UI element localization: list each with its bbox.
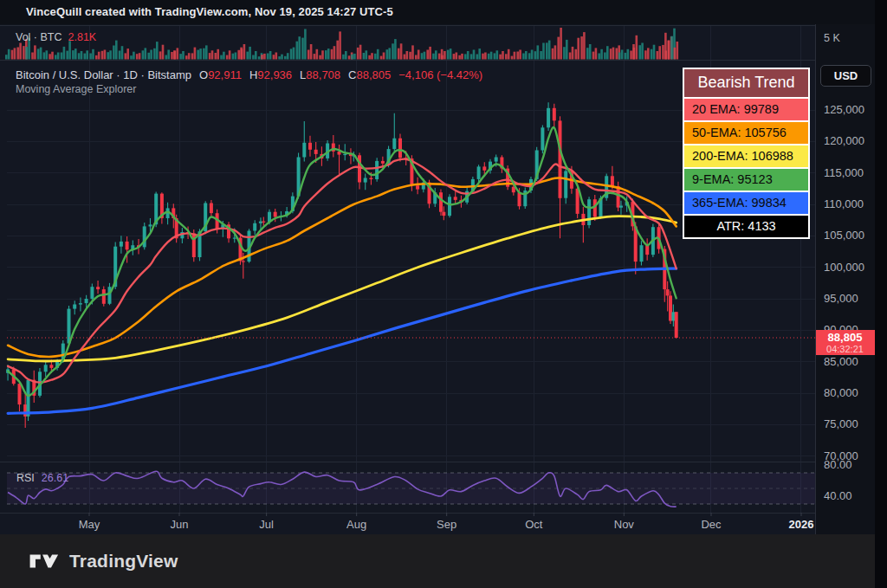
volume-bar [86,50,88,59]
footer-bar: TradingView [0,534,887,588]
volume-bar [519,50,521,60]
time-axis-month-label[interactable]: Oct [525,518,542,531]
volume-bar [488,54,490,60]
volume-bar [537,45,540,59]
volume-bar [61,53,63,60]
candle-body [416,185,419,189]
volume-bar [92,49,94,60]
volume-bar [72,50,74,59]
volume-bar [453,54,456,59]
candle-body [302,143,306,158]
trend-status-badge: Bearish Trend [684,69,808,97]
volume-bar [113,46,115,60]
candle-body [73,305,76,309]
volume-bar [81,51,83,60]
volume-bar [23,46,25,59]
time-axis[interactable]: MayJunJulAugSepOctNovDec2026 [0,513,815,534]
volume-bar [331,49,333,60]
time-axis-month-label[interactable]: Jun [171,518,189,531]
time-axis-month-label[interactable]: Jul [259,518,274,531]
volume-bar [552,48,554,60]
currency-button[interactable]: USD [820,65,871,87]
volume-bar [147,53,150,60]
volume-bar [310,44,313,60]
volume-bar [400,43,403,59]
candle-body [102,289,106,304]
volume-bar [406,51,409,60]
candle-body [666,289,670,295]
volume-bar [444,51,446,60]
volume-bar [342,55,345,60]
price-axis[interactable]: 5 K USD 125,000120,000115,000110,000105,… [815,24,875,539]
trend-row: ATR: 4133 [684,214,808,237]
volume-bar [179,54,182,59]
price-tick-label: 105,000 [824,229,864,242]
volume-bar [592,52,595,60]
volume-bar [74,48,77,59]
volume-bar [482,54,484,60]
time-axis-month-label[interactable]: Sep [437,518,456,531]
volume-bar [66,51,68,60]
volume-bar [633,48,636,60]
volume-bar [316,49,319,60]
volume-bar [298,36,301,59]
volume-bar [226,55,229,60]
volume-bar [404,55,406,60]
candle-body [617,186,620,208]
tradingview-logo-icon[interactable] [29,549,61,573]
candle-body [482,166,486,170]
volume-bar [490,52,493,60]
tradingview-brand-text[interactable]: TradingView [69,551,178,572]
volume-bar [563,47,566,59]
axis-divider [815,24,816,534]
volume-bar [84,54,87,60]
volume-bar [572,47,574,60]
trend-rows: 20 EMA: 9978950-EMA: 105756200-EMA: 1069… [684,97,808,237]
volume-bar [674,48,677,60]
time-axis-month-label[interactable]: Aug [346,518,366,531]
volume-bar [159,51,162,59]
volume-bar [392,43,394,59]
volume-bar [319,55,321,60]
trend-row: 50-EMA: 105756 [684,120,808,144]
candle-body [120,242,123,247]
volume-bar [464,54,467,59]
candle-body [314,150,318,154]
volume-bar [566,40,568,60]
volume-bar [333,46,336,59]
candle-body [308,143,312,150]
candle-body [619,206,623,208]
attribution-bar: VinceQuill created with TradingView.com,… [0,0,887,24]
candle-body [96,287,100,289]
volume-bar [657,51,659,60]
rsi-tick-label: 80.00 [824,458,852,471]
time-axis-month-label[interactable]: Nov [614,518,634,531]
candle-body [85,299,88,303]
volume-bar [215,53,217,60]
volume-bar [508,49,510,60]
volume-bar [209,53,211,59]
volume-bar [241,48,243,59]
volume-bar [293,48,295,60]
tradingview-chart-window: VinceQuill created with TradingView.com,… [0,0,887,588]
volume-bar [418,50,420,60]
volume-bar [314,54,316,59]
last-price-value: 88,805 [815,331,875,344]
volume-bar [174,51,177,60]
volume-bar [380,56,383,60]
time-axis-month-label[interactable]: Dec [701,518,721,531]
volume-bar [220,55,223,60]
time-axis-month-label[interactable]: May [79,518,100,531]
volume-bar [522,54,525,60]
volume-bar [627,49,630,60]
volume-bar [494,53,496,59]
volume-bar [575,49,578,60]
time-axis-year-label[interactable]: 2026 [789,518,814,531]
volume-bar [432,54,435,60]
volume-bar [415,55,418,60]
volume-bar [374,54,377,60]
volume-bar [502,51,504,60]
volume-bar [348,55,351,59]
volume-bar [14,48,16,59]
volume-bar [644,50,647,59]
